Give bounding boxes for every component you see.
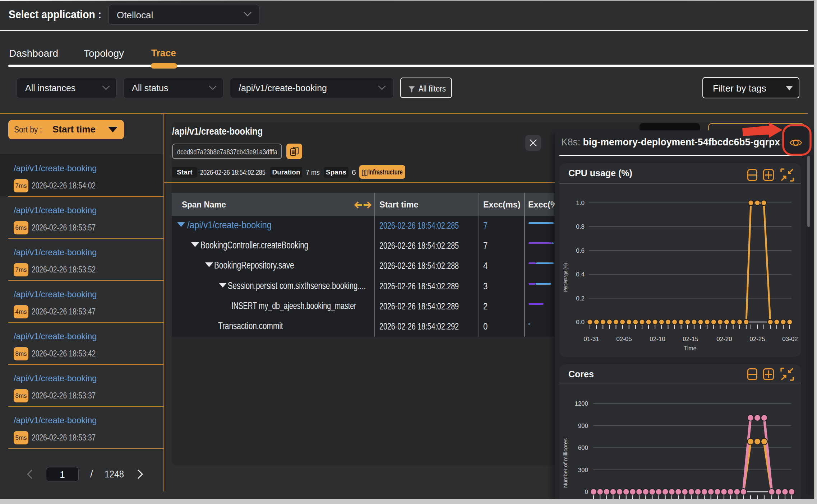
svg-text:0.6: 0.6 xyxy=(576,247,585,254)
svg-text:1200: 1200 xyxy=(574,400,588,407)
svg-text:03-02: 03-02 xyxy=(782,336,798,342)
svg-text:600: 600 xyxy=(578,444,588,451)
svg-text:Number of millicores: Number of millicores xyxy=(562,438,568,488)
svg-text:02-20: 02-20 xyxy=(716,336,732,342)
svg-text:02-05: 02-05 xyxy=(616,336,632,342)
svg-text:Percentage (%): Percentage (%) xyxy=(562,263,568,292)
svg-text:02-25: 02-25 xyxy=(749,336,765,342)
svg-text:0.0: 0.0 xyxy=(576,319,585,326)
svg-text:900: 900 xyxy=(578,423,588,429)
svg-text:02-10: 02-10 xyxy=(650,336,665,342)
svg-text:0.4: 0.4 xyxy=(576,271,585,278)
svg-text:0.2: 0.2 xyxy=(576,295,585,302)
svg-text:0: 0 xyxy=(585,489,588,495)
svg-text:300: 300 xyxy=(578,467,588,473)
svg-text:1.0: 1.0 xyxy=(576,200,585,206)
svg-text:01-31: 01-31 xyxy=(583,336,599,342)
svg-text:Time: Time xyxy=(684,345,697,351)
svg-text:02-15: 02-15 xyxy=(683,336,698,342)
svg-text:0.8: 0.8 xyxy=(576,223,585,230)
